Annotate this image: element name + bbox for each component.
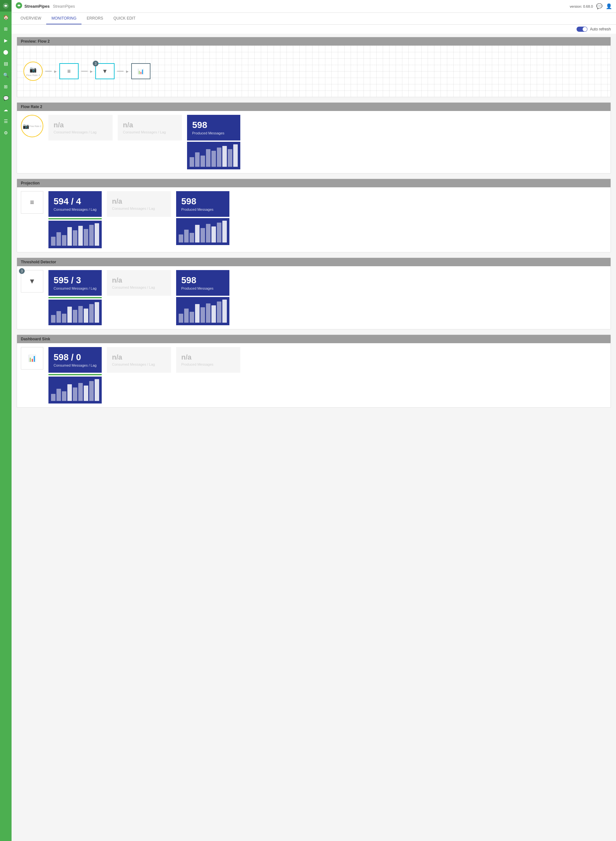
flow-rate-2-consumed-2: n/a Consumed Messages / Lag xyxy=(118,115,182,141)
threshold-panel: Threshold Detector ▼ 3 595 / 3 Consumed … xyxy=(17,258,611,330)
projection-produced-label: Produced Messages xyxy=(181,208,224,211)
projection-produced-chart xyxy=(176,218,229,245)
chart-bar xyxy=(211,226,216,242)
chart-bar xyxy=(206,303,210,323)
flow-rate-2-produced-container: 598 Produced Messages xyxy=(187,115,240,169)
chart-bar xyxy=(195,225,199,242)
chart-bar xyxy=(78,226,83,246)
flow-rate-2-consumed-1: n/a Consumed Messages / Lag xyxy=(48,115,113,141)
chart-bar xyxy=(62,391,66,401)
pipeline-arrowhead-1: ▶ xyxy=(54,70,57,73)
projection-consumed-2-card: n/a Consumed Messages / Lag xyxy=(107,191,171,217)
chart-bar xyxy=(73,310,77,323)
chart-bar xyxy=(56,389,61,401)
chart-bar xyxy=(206,224,210,242)
threshold-title: Threshold Detector xyxy=(21,260,56,264)
pipeline-projection-node: ≡ xyxy=(59,63,79,79)
tab-quickedit[interactable]: QUICK EDIT xyxy=(109,13,141,24)
preview-title: Preview: Flow 2 xyxy=(21,39,50,44)
sidebar-logo xyxy=(0,0,12,12)
dashboard-sink-consumed-label: Consumed Messages / Lag xyxy=(54,363,97,367)
tab-monitoring[interactable]: MONITORING xyxy=(46,13,82,24)
projection-icon: ≡ xyxy=(21,191,43,214)
pipeline-sink-node: 📊 xyxy=(131,63,151,79)
version-label: version: 0.68.0 xyxy=(570,4,593,8)
tabs: OVERVIEW MONITORING ERRORS QUICK EDIT xyxy=(12,13,616,25)
flow-rate-2-produced-label: Produced Messages xyxy=(192,131,235,135)
projection-consumed-2-value: n/a xyxy=(112,198,166,205)
dashboard-sink-produced: n/a Produced Messages xyxy=(176,347,240,373)
chart-bar xyxy=(201,155,205,167)
projection-consumed-label: Consumed Messages / Lag xyxy=(54,208,97,211)
chart-bar xyxy=(84,385,88,401)
projection-produced-card: 598 Produced Messages xyxy=(176,191,229,217)
dashboard-sink-consumed-2-value: n/a xyxy=(112,353,166,361)
threshold-header: Threshold Detector xyxy=(17,258,610,266)
chart-bar xyxy=(95,223,99,246)
chart-bar xyxy=(222,221,227,242)
projection-consumed-value: 594 / 4 xyxy=(54,196,97,207)
projection-consumed-2-label: Consumed Messages / Lag xyxy=(112,207,166,210)
chart-bar xyxy=(67,307,72,323)
chart-bar xyxy=(89,304,94,323)
sidebar-icon-chat[interactable]: 💬 xyxy=(0,92,12,104)
content-area: Preview: Flow 2 📷 Flow Rate 2 ▶ xyxy=(12,34,616,841)
sidebar-icon-play[interactable]: ▶ xyxy=(0,35,12,46)
sidebar-icon-search[interactable]: 🔍 xyxy=(0,69,12,81)
flow-rate-2-produced-value: 598 xyxy=(192,120,235,130)
chart-bar xyxy=(89,225,94,246)
sidebar-icon-grid[interactable]: ⊞ xyxy=(0,23,12,35)
sidebar-icon-apps[interactable]: ⊞ xyxy=(0,81,12,92)
dashboard-sink-consumed-card: 598 / 0 Consumed Messages / Lag xyxy=(48,347,102,373)
dashboard-sink-produced-label: Produced Messages xyxy=(181,362,235,366)
dashboard-sink-panel: Dashboard Sink 📊 598 / 0 Consumed Messag… xyxy=(17,334,611,408)
dashboard-sink-produced-value: n/a xyxy=(181,353,235,361)
projection-header: Projection xyxy=(17,179,610,187)
sidebar-icon-cloud[interactable]: ☁ xyxy=(0,104,12,116)
sidebar-icon-dot[interactable]: ⬤ xyxy=(0,46,12,58)
sidebar-icon-menu[interactable]: ☰ xyxy=(0,116,12,127)
tab-errors[interactable]: ERRORS xyxy=(82,13,108,24)
chart-bar xyxy=(211,305,216,323)
chart-bar xyxy=(190,233,194,242)
pipeline-arrowhead-3: ▶ xyxy=(126,70,129,73)
dashboard-sink-icon: 📊 xyxy=(21,347,43,369)
dashboard-sink-consumed-container: 598 / 0 Consumed Messages / Lag xyxy=(48,347,102,403)
auto-refresh-toggle[interactable] xyxy=(576,26,587,32)
topbar: StreamPipes StreamPipes version: 0.68.0 … xyxy=(12,0,616,13)
projection-produced-container: 598 Produced Messages xyxy=(176,191,229,245)
pipeline-threshold-node: ▼ xyxy=(95,63,114,79)
projection-consumed-card: 594 / 4 Consumed Messages / Lag xyxy=(48,191,102,217)
chart-bar xyxy=(201,228,205,242)
chart-bar xyxy=(206,149,210,167)
threshold-consumed-card: 595 / 3 Consumed Messages / Lag xyxy=(48,270,102,296)
account-icon[interactable]: 👤 xyxy=(606,3,612,9)
flow-rate-2-produced-card: 598 Produced Messages xyxy=(187,115,240,141)
pipeline-badge: 3 xyxy=(93,61,98,66)
flow-rate-2-title: Flow Rate 2 xyxy=(21,104,43,109)
threshold-produced-card: 598 Produced Messages xyxy=(176,270,229,296)
tab-overview[interactable]: OVERVIEW xyxy=(15,13,46,24)
flow-rate-2-header: Flow Rate 2 xyxy=(17,103,610,111)
chart-bar xyxy=(184,230,189,242)
chart-bar xyxy=(233,144,238,167)
brand-name: StreamPipes xyxy=(24,4,50,9)
brand: StreamPipes StreamPipes xyxy=(15,2,75,10)
chart-bar xyxy=(217,148,221,167)
topbar-right: version: 0.68.0 💬 👤 xyxy=(570,3,612,9)
threshold-icon-wrapper: ▼ 3 xyxy=(21,270,43,293)
sidebar-icon-settings[interactable]: ⚙ xyxy=(0,127,12,139)
projection-panel: Projection ≡ 594 / 4 Consumed Messages /… xyxy=(17,179,611,252)
sidebar-icon-table[interactable]: ▤ xyxy=(0,58,12,69)
chat-icon[interactable]: 💬 xyxy=(596,3,603,9)
chart-bar xyxy=(201,307,205,323)
threshold-badge: 3 xyxy=(19,268,25,274)
threshold-consumed-2-value: n/a xyxy=(112,277,166,284)
threshold-consumed-2: n/a Consumed Messages / Lag xyxy=(107,270,171,296)
chart-bar xyxy=(228,149,232,167)
flow-rate-2-consumed-1-value: n/a xyxy=(54,121,107,129)
flow-rate-2-panel: Flow Rate 2 📷 Flow Rate 2 n/a Consumed M… xyxy=(17,102,611,173)
sidebar-icon-home[interactable]: 🏠 xyxy=(0,12,12,23)
chart-bar xyxy=(51,394,56,401)
chart-bar xyxy=(73,230,77,246)
